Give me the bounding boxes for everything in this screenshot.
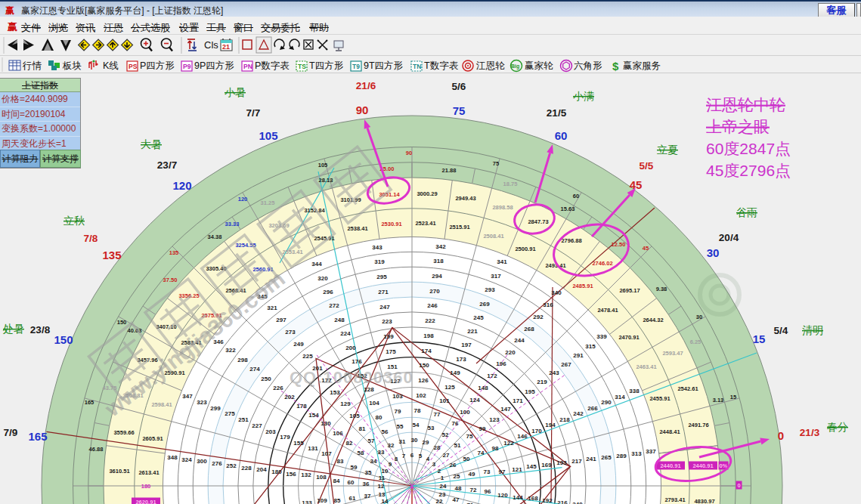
svg-text:274: 274: [249, 366, 260, 373]
svg-text:150: 150: [117, 319, 127, 326]
svg-text:120: 120: [172, 179, 191, 192]
svg-text:171: 171: [513, 397, 523, 404]
svg-text:172: 172: [487, 373, 497, 379]
svg-text:56: 56: [382, 428, 389, 435]
svg-text:122: 122: [503, 440, 514, 447]
svg-text:2515.91: 2515.91: [449, 224, 469, 230]
svg-text:340: 340: [551, 289, 562, 296]
svg-text:34: 34: [370, 458, 377, 465]
svg-text:75: 75: [493, 160, 499, 167]
svg-text:14: 14: [382, 498, 389, 504]
svg-text:217: 217: [571, 458, 582, 465]
svg-text:8: 8: [395, 456, 398, 462]
svg-text:221: 221: [467, 328, 478, 335]
svg-text:2455.91: 2455.91: [649, 395, 670, 402]
svg-text:320: 320: [317, 275, 328, 282]
svg-text:76: 76: [452, 420, 459, 427]
svg-text:79: 79: [395, 408, 401, 415]
svg-text:45: 45: [630, 178, 643, 191]
svg-text:2598.41: 2598.41: [151, 401, 172, 408]
svg-text:PS: PS: [129, 63, 138, 70]
svg-text:25: 25: [454, 473, 460, 480]
svg-text:60度2847点: 60度2847点: [706, 140, 791, 157]
svg-text:58: 58: [358, 450, 364, 456]
svg-text:3559.66: 3559.66: [113, 429, 134, 436]
svg-text:3.13: 3.13: [713, 397, 724, 404]
svg-text:2440.91: 2440.91: [692, 462, 713, 469]
svg-text:1: 1: [441, 475, 444, 481]
svg-text:23: 23: [439, 491, 446, 498]
svg-text:21/3: 21/3: [800, 427, 820, 438]
svg-text:18.75: 18.75: [503, 181, 518, 187]
svg-text:165: 165: [28, 430, 47, 443]
svg-text:268: 268: [524, 326, 534, 332]
svg-text:123: 123: [489, 416, 500, 423]
svg-text:105: 105: [349, 413, 360, 419]
svg-text:147: 147: [500, 406, 511, 413]
svg-text:72: 72: [470, 487, 477, 493]
svg-text:29: 29: [423, 439, 429, 446]
svg-text:105: 105: [259, 129, 277, 142]
svg-text:34.38: 34.38: [208, 233, 222, 240]
svg-text:90: 90: [406, 150, 412, 156]
svg-text:170: 170: [531, 428, 542, 434]
svg-text:124: 124: [469, 397, 480, 404]
svg-text:317: 317: [491, 273, 501, 280]
svg-text:197: 197: [461, 342, 472, 348]
svg-text:Big: Big: [511, 63, 519, 70]
svg-text:55: 55: [397, 423, 404, 430]
svg-text:36: 36: [363, 481, 370, 487]
svg-text:192: 192: [542, 497, 553, 504]
svg-text:153: 153: [330, 389, 340, 396]
svg-text:35: 35: [365, 469, 372, 476]
svg-text:QQ:100800360: QQ:100800360: [290, 368, 413, 387]
svg-text:9.38: 9.38: [656, 286, 667, 292]
svg-text:45: 45: [643, 245, 649, 252]
svg-text:2613.41: 2613.41: [138, 469, 159, 476]
svg-text:344: 344: [311, 261, 322, 267]
svg-text:73: 73: [484, 468, 491, 475]
svg-text:5/6: 5/6: [452, 81, 466, 92]
svg-text:150: 150: [419, 362, 429, 369]
svg-text:102: 102: [416, 392, 426, 399]
svg-text:203: 203: [265, 428, 276, 435]
svg-text:227: 227: [252, 422, 262, 429]
svg-text:174: 174: [421, 348, 432, 354]
svg-text:春分: 春分: [827, 421, 848, 433]
svg-text:21/6: 21/6: [356, 80, 376, 91]
svg-text:244: 244: [514, 337, 525, 344]
svg-text:105: 105: [318, 162, 328, 169]
svg-text:321: 321: [267, 305, 277, 311]
svg-text:290: 290: [601, 399, 612, 406]
svg-text:6.25: 6.25: [690, 339, 701, 345]
svg-text:252: 252: [226, 462, 237, 469]
svg-text:101: 101: [439, 397, 450, 404]
svg-text:TN: TN: [413, 63, 421, 70]
svg-text:7/9: 7/9: [4, 427, 18, 438]
svg-text:37: 37: [364, 493, 371, 499]
svg-text:300: 300: [197, 458, 207, 465]
svg-text:202: 202: [284, 394, 295, 400]
svg-text:156: 156: [286, 471, 296, 478]
svg-text:240: 240: [572, 501, 583, 504]
svg-text:15: 15: [753, 332, 766, 345]
svg-text:338: 338: [629, 388, 640, 394]
svg-text:265: 265: [601, 454, 612, 461]
svg-text:99: 99: [479, 425, 486, 432]
svg-text:2542.61: 2542.61: [677, 385, 698, 392]
svg-text:219: 219: [537, 379, 547, 385]
svg-text:343: 343: [372, 244, 382, 251]
svg-text:28.13: 28.13: [319, 177, 333, 184]
svg-text:168: 168: [528, 495, 538, 502]
svg-text:Cls: Cls: [204, 39, 218, 51]
svg-text:27: 27: [443, 452, 450, 459]
svg-text:2695.17: 2695.17: [619, 287, 640, 294]
svg-text:11: 11: [379, 475, 386, 481]
svg-text:348: 348: [167, 454, 178, 461]
svg-text:179: 179: [280, 434, 290, 441]
svg-text:323: 323: [197, 399, 207, 406]
svg-text:2898.58: 2898.58: [492, 204, 513, 211]
svg-text:314: 314: [615, 394, 625, 400]
svg-text:297: 297: [276, 317, 286, 323]
svg-text:341: 341: [497, 258, 507, 265]
